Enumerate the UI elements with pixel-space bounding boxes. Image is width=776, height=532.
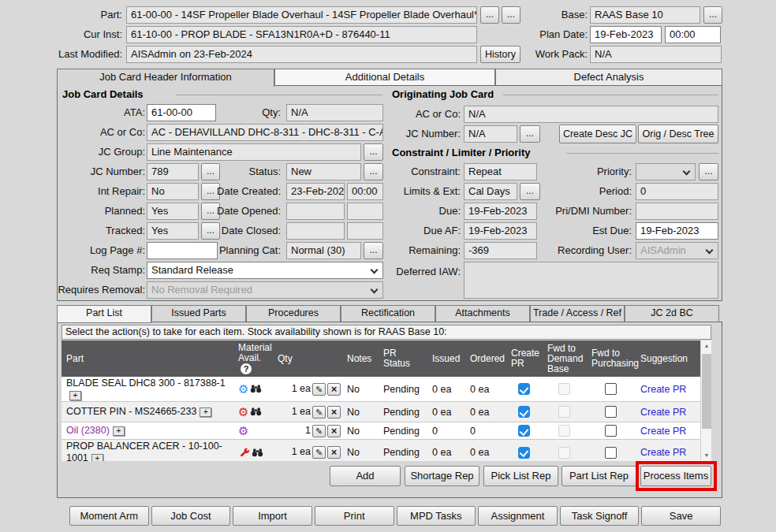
part-browse-button[interactable]: ...: [480, 6, 499, 24]
orig-jc-number-browse-button[interactable]: ...: [520, 125, 540, 143]
tab-issued-parts[interactable]: Issued Parts: [151, 305, 246, 322]
table-scrollbar[interactable]: [700, 340, 711, 461]
planned-label: Planned:: [58, 203, 145, 220]
base-browse-button[interactable]: ...: [703, 6, 722, 24]
plan-date-field[interactable]: 19-Feb-2023: [590, 26, 662, 43]
gear-icon[interactable]: [238, 425, 248, 437]
create-pr-checkbox[interactable]: [518, 406, 530, 418]
delete-icon[interactable]: [327, 406, 341, 419]
pick-list-rep-button[interactable]: Pick List Rep: [483, 466, 558, 486]
jc-group-browse-button[interactable]: ...: [364, 143, 383, 161]
edit-icon[interactable]: [312, 446, 326, 459]
tab-additional-details[interactable]: Additional Details: [274, 69, 495, 86]
shortage-rep-button[interactable]: Shortage Rep: [405, 466, 479, 486]
date-opened-date-field: [286, 203, 345, 220]
task-signoff-button[interactable]: Task Signoff: [560, 506, 640, 526]
scroll-up-icon[interactable]: [701, 340, 712, 352]
expand-plus-icon[interactable]: [200, 407, 211, 417]
save-button[interactable]: Save: [641, 506, 721, 526]
create-pr-checkbox[interactable]: [518, 447, 530, 459]
expand-plus-icon[interactable]: [69, 391, 81, 400]
create-pr-checkbox[interactable]: [518, 425, 530, 437]
mpd-tasks-button[interactable]: MPD Tasks: [397, 506, 476, 526]
suggestion-link[interactable]: Create PR: [640, 426, 686, 437]
help-icon[interactable]: ?: [241, 363, 252, 374]
chevron-down-icon: [371, 286, 379, 294]
part-name: Oil (2380): [66, 425, 110, 436]
recording-user-value: AISAdmin: [640, 244, 686, 256]
delete-icon[interactable]: [327, 383, 341, 396]
jc-group-field: Line Maintenance: [147, 143, 361, 161]
add-button[interactable]: Add: [330, 466, 401, 486]
status-label: Status:: [200, 163, 281, 180]
binoculars-icon[interactable]: [250, 407, 262, 416]
tab-rectification[interactable]: Rectification: [341, 305, 435, 322]
req-stamp-select[interactable]: Standard Release: [147, 262, 383, 279]
binoculars-icon[interactable]: [250, 385, 262, 393]
due-af-field: 19-Feb-2023: [464, 222, 537, 240]
expand-plus-icon[interactable]: [113, 426, 125, 436]
scrollbar-thumb[interactable]: [702, 354, 711, 429]
part-list-rep-button[interactable]: Part List Rep: [561, 466, 636, 486]
ordered-value: 0 ea: [465, 446, 506, 459]
fwd-purchasing-checkbox[interactable]: [605, 406, 617, 418]
assignment-button[interactable]: Assignment: [478, 506, 558, 526]
tab-attachments[interactable]: Attachments: [435, 305, 530, 322]
fwd-purchasing-checkbox[interactable]: [605, 383, 617, 395]
chevron-down-icon: [683, 168, 691, 176]
base-label: Base:: [520, 6, 588, 24]
est-due-input[interactable]: 19-Feb-2023: [636, 222, 718, 240]
wrench-icon[interactable]: [240, 448, 250, 458]
qty-label: Qty:: [200, 104, 281, 121]
part-field: 61-00-00 - 14SF Propeller Blade Overhaul…: [126, 6, 477, 24]
part-browse2-button[interactable]: ...: [502, 6, 520, 24]
fwd-purchasing-checkbox[interactable]: [605, 447, 617, 459]
requires-removal-value: No Removal Required: [151, 284, 252, 296]
tab-job-card-header-information[interactable]: Job Card Header Information: [57, 69, 274, 87]
planning-cat-field: Normal (30): [286, 242, 361, 259]
create-pr-checkbox[interactable]: [518, 383, 530, 395]
orig-desc-tree-button[interactable]: Orig / Desc Tree: [638, 125, 718, 143]
pri-dmi-label: Pri/DMI Number:: [531, 203, 632, 220]
footer-toolbar: Moment Arm Job Cost Import Print MPD Tas…: [69, 506, 721, 526]
orig-jc-number-field: N/A: [464, 125, 517, 143]
suggestion-link[interactable]: Create PR: [640, 407, 686, 418]
create-desc-jc-button[interactable]: Create Desc JC: [559, 125, 636, 143]
tab-procedures[interactable]: Procedures: [246, 305, 341, 322]
deferred-iaw-label: Deferred IAW:: [357, 263, 461, 281]
gear-icon[interactable]: [238, 383, 248, 395]
edit-icon[interactable]: [312, 383, 326, 396]
job-cost-button[interactable]: Job Cost: [151, 506, 231, 526]
moment-arm-button[interactable]: Moment Arm: [69, 506, 149, 526]
gear-icon[interactable]: [238, 406, 248, 418]
scroll-down-icon[interactable]: [701, 450, 712, 461]
chevron-down-icon: [706, 247, 714, 255]
job-card-screen: Part: 61-00-00 - 14SF Propeller Blade Ov…: [0, 0, 776, 532]
process-items-button[interactable]: Process Items: [640, 466, 711, 486]
print-button[interactable]: Print: [315, 506, 394, 526]
plan-time-field[interactable]: 00:00: [665, 26, 721, 43]
date-created-label: Date Created:: [200, 183, 281, 200]
fwd-purchasing-checkbox[interactable]: [605, 425, 617, 437]
delete-icon[interactable]: [327, 446, 341, 459]
constraint-section-title: Constraint / Limiter / Priority: [392, 147, 531, 158]
tab-trade-access-ref[interactable]: Trade / Access / Ref: [530, 305, 625, 322]
edit-icon[interactable]: [312, 406, 326, 419]
import-button[interactable]: Import: [233, 506, 312, 526]
suggestion-link[interactable]: Create PR: [640, 447, 686, 458]
tab-jc-2d-bc[interactable]: JC 2d BC: [625, 305, 719, 322]
col-fwd-demand-base: Fwd to Demand Base: [543, 340, 587, 377]
tab-part-list[interactable]: Part List: [57, 305, 151, 323]
tab-defect-analysis[interactable]: Defect Analysis: [495, 69, 722, 86]
qty-value: 1 ea: [292, 406, 311, 417]
originating-job-card-title: Originating Job Card: [392, 88, 494, 100]
priority-browse-button[interactable]: ...: [699, 163, 718, 180]
suggestion-link[interactable]: Create PR: [640, 384, 686, 395]
binoculars-icon[interactable]: [252, 448, 263, 457]
history-button[interactable]: History: [480, 46, 520, 63]
orig-ac-or-co-label: AC or Co:: [357, 106, 461, 123]
delete-icon[interactable]: [327, 425, 341, 437]
edit-icon[interactable]: [312, 425, 326, 437]
notes-value: No: [342, 383, 379, 396]
expand-plus-icon[interactable]: [91, 454, 103, 461]
